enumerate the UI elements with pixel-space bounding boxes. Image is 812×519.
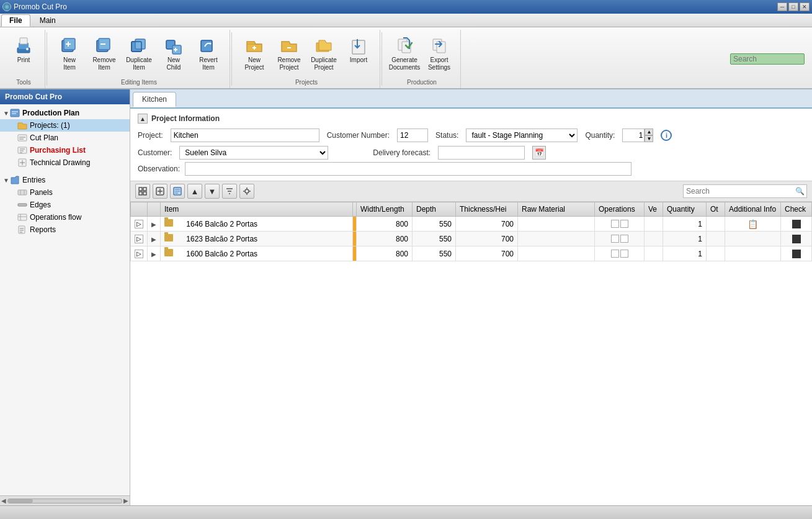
duplicate-project-button[interactable]: DuplicateProject xyxy=(308,32,340,74)
tab-kitchen[interactable]: Kitchen xyxy=(133,92,176,107)
toolbar-up-btn[interactable]: ▲ xyxy=(187,184,202,199)
row2-expand[interactable]: ▷ xyxy=(131,232,148,246)
toolbar-filter-btn[interactable] xyxy=(222,184,237,199)
scroll-right-btn[interactable]: ▶ xyxy=(123,497,128,504)
col-quantity[interactable]: Quantity xyxy=(663,202,707,217)
row3-cb1[interactable] xyxy=(611,250,619,258)
toolbar-settings-btn[interactable] xyxy=(239,184,254,199)
col-ot[interactable]: Ot xyxy=(707,202,725,217)
col-operations[interactable]: Operations xyxy=(595,202,645,217)
scrollbar-track[interactable] xyxy=(7,499,122,503)
row3-check-sq[interactable] xyxy=(792,250,801,258)
customer-label: Customer: xyxy=(138,148,172,157)
row1-check-sq[interactable] xyxy=(792,220,801,228)
sidebar-item-reports[interactable]: Reports xyxy=(0,223,130,236)
menu-tab-file[interactable]: File xyxy=(1,14,30,27)
col-additional[interactable]: Additional Info xyxy=(725,202,781,217)
minimize-button[interactable]: ─ xyxy=(777,2,787,11)
row1-expand[interactable]: ▷ xyxy=(131,217,148,232)
sidebar-item-cut-plan[interactable]: Cut Plan xyxy=(0,132,130,144)
table-row: ▷ ▶ 1600 Balcão 2 Portas 800 550 700 xyxy=(131,246,812,261)
new-item-button[interactable]: NewItem xyxy=(53,32,86,74)
status-select[interactable]: fault - Stage Planning xyxy=(466,129,578,142)
title-bar: Promob Cut Pro ─ □ ✕ xyxy=(0,0,812,14)
quantity-down-button[interactable]: ▼ xyxy=(645,135,653,142)
table-search-input[interactable] xyxy=(683,184,807,198)
operations-flow-icon xyxy=(17,212,27,222)
sidebar-item-panels[interactable]: Panels xyxy=(0,186,130,199)
scrollbar-thumb xyxy=(8,499,33,503)
quantity-up-button[interactable]: ▲ xyxy=(645,129,653,135)
sidebar-item-purchasing-list[interactable]: Purchasing List xyxy=(0,144,130,156)
row1-expand-btn[interactable]: ▷ xyxy=(135,220,143,228)
sidebar-item-operations-flow[interactable]: Operations flow xyxy=(0,211,130,223)
menu-bar: File Main xyxy=(0,14,812,27)
col-item[interactable]: Item xyxy=(161,202,353,217)
new-project-button[interactable]: NewProject xyxy=(238,32,270,74)
sidebar-item-entries[interactable]: ▼ Entries xyxy=(0,174,130,186)
row2-cb1[interactable] xyxy=(611,235,619,243)
row2-check-sq[interactable] xyxy=(792,235,801,243)
sidebar-item-projects[interactable]: Projects: (1) xyxy=(0,119,130,132)
col-check[interactable]: Check xyxy=(781,202,812,217)
toolbar-down-btn[interactable]: ▼ xyxy=(205,184,220,199)
project-label: Project: xyxy=(138,131,163,140)
sidebar-scrollbar[interactable]: ◀ ▶ xyxy=(0,495,130,505)
close-button[interactable]: ✕ xyxy=(800,2,810,11)
sidebar-item-edges[interactable]: Edges xyxy=(0,199,130,211)
new-child-button[interactable]: NewChild xyxy=(158,32,190,74)
customer-select[interactable]: Suelen Silva xyxy=(179,146,328,160)
row3-expand[interactable]: ▷ xyxy=(131,246,148,261)
observation-input[interactable] xyxy=(185,162,631,176)
row3-expand-btn[interactable]: ▷ xyxy=(135,250,143,258)
col-rawmat[interactable]: Raw Material xyxy=(518,202,595,217)
project-input[interactable] xyxy=(171,129,319,142)
svg-rect-52 xyxy=(143,187,146,191)
row1-arrow: ▶ xyxy=(148,217,161,232)
revert-item-button[interactable]: RevertItem xyxy=(192,32,225,74)
date-picker-button[interactable]: 📅 xyxy=(532,146,546,160)
quantity-spinner: ▲ ▼ xyxy=(622,129,653,142)
reports-icon xyxy=(17,225,27,235)
toolbar-grid-btn[interactable] xyxy=(135,184,150,199)
ribbon-divider-2 xyxy=(231,32,232,86)
delivery-input[interactable] xyxy=(438,146,525,160)
quantity-input[interactable] xyxy=(622,129,645,142)
remove-project-button[interactable]: RemoveProject xyxy=(273,32,305,74)
row2-expand-btn[interactable]: ▷ xyxy=(135,235,143,243)
col-ve[interactable]: Ve xyxy=(645,202,663,217)
svg-point-3 xyxy=(26,48,29,50)
maximize-button[interactable]: □ xyxy=(788,2,798,11)
generate-documents-button[interactable]: GenerateDocuments xyxy=(388,32,421,74)
info-icon[interactable]: i xyxy=(661,130,672,141)
collapse-button[interactable]: ▲ xyxy=(138,114,148,124)
sidebar-title: Promob Cut Pro xyxy=(5,93,62,101)
row3-rawmat xyxy=(518,246,595,261)
sidebar-item-technical-drawing[interactable]: Technical Drawing xyxy=(0,156,130,169)
app-title: Promob Cut Pro xyxy=(14,2,67,11)
row1-cb2[interactable] xyxy=(620,220,628,228)
ribbon-search-input[interactable] xyxy=(730,53,805,65)
row1-doc-icon[interactable]: 📋 xyxy=(747,219,758,229)
toolbar-add-btn[interactable] xyxy=(153,184,167,199)
toolbar-edit-btn[interactable] xyxy=(170,184,185,199)
print-button[interactable]: Print xyxy=(7,32,40,67)
revert-item-label: RevertItem xyxy=(199,56,217,71)
row3-cb2[interactable] xyxy=(620,250,628,258)
row1-cb1[interactable] xyxy=(611,220,619,228)
col-width[interactable]: Width/Length xyxy=(357,202,413,217)
menu-tab-main[interactable]: Main xyxy=(32,14,64,27)
sidebar-item-production-plan[interactable]: ▼ Production Plan xyxy=(0,107,130,119)
import-button[interactable]: Import xyxy=(342,32,375,67)
col-depth[interactable]: Depth xyxy=(413,202,456,217)
duplicate-item-button[interactable]: DuplicateItem xyxy=(123,32,155,74)
row3-width: 800 xyxy=(357,246,413,261)
row2-cb2[interactable] xyxy=(620,235,628,243)
export-settings-button[interactable]: ExportSettings xyxy=(423,32,455,74)
search-icon-button[interactable]: 🔍 xyxy=(793,185,806,197)
production-plan-icon xyxy=(10,108,20,118)
remove-item-button[interactable]: RemoveItem xyxy=(88,32,120,74)
scroll-left-btn[interactable]: ◀ xyxy=(1,497,6,504)
col-thickness[interactable]: Thickness/Hei xyxy=(456,202,518,217)
customer-number-input[interactable] xyxy=(397,129,428,142)
